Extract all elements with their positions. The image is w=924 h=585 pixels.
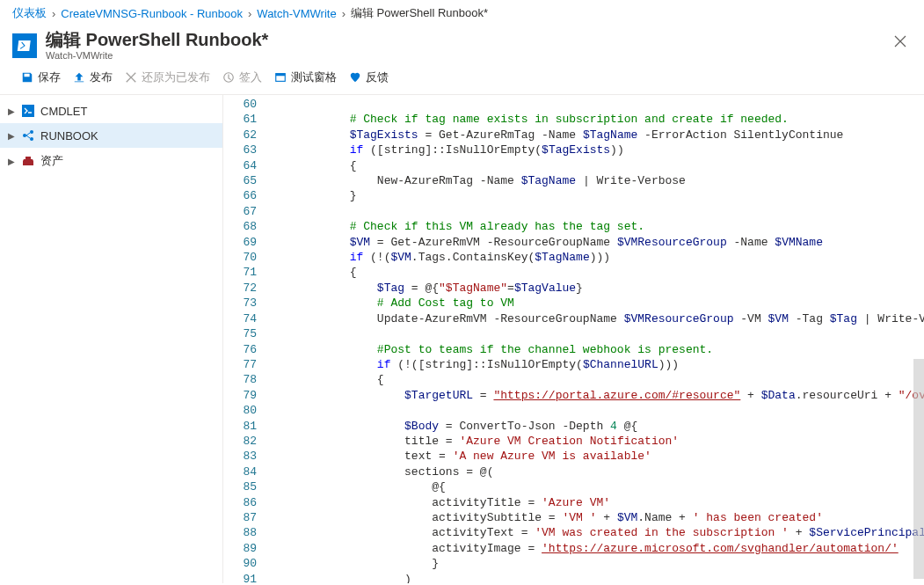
- breadcrumb: 仪表板 › CreateVMNSG-Runbook - Runbook › Wa…: [0, 0, 924, 26]
- checkin-icon: [222, 71, 235, 84]
- caret-right-icon: ▶: [7, 106, 16, 116]
- breadcrumb-dashboard[interactable]: 仪表板: [12, 5, 47, 21]
- testpane-button[interactable]: 测试窗格: [274, 69, 337, 85]
- breadcrumb-watch-vmwrite[interactable]: Watch-VMWrite: [257, 7, 336, 20]
- heart-icon: [349, 71, 361, 84]
- publish-button[interactable]: 发布: [73, 69, 113, 85]
- sidebar: ▶ CMDLET ▶ RUNBOOK ▶ 资产: [0, 95, 223, 583]
- revert-label: 还原为已发布: [142, 69, 210, 85]
- sidebar-item-label: CMDLET: [40, 105, 87, 118]
- breadcrumb-runbook[interactable]: CreateVMNSG-Runbook - Runbook: [61, 7, 243, 20]
- feedback-button[interactable]: 反馈: [349, 69, 389, 85]
- publish-label: 发布: [90, 69, 113, 85]
- checkin-button: 签入: [222, 69, 262, 85]
- svg-point-6: [30, 137, 33, 141]
- toolbar: 保存 发布 还原为已发布 签入 测试窗格 反馈: [0, 64, 924, 95]
- save-icon: [21, 71, 33, 84]
- feedback-label: 反馈: [366, 69, 389, 85]
- revert-button: 还原为已发布: [125, 69, 210, 85]
- scrollbar-thumb[interactable]: [913, 359, 924, 579]
- svg-rect-2: [276, 74, 286, 77]
- testpane-icon: [274, 71, 287, 84]
- sidebar-item-runbook[interactable]: ▶ RUNBOOK: [0, 123, 222, 148]
- page-title: 编辑 PowerShell Runbook*: [46, 30, 268, 49]
- sidebar-item-label: 资产: [40, 153, 63, 169]
- svg-point-5: [30, 130, 33, 134]
- main-area: ▶ CMDLET ▶ RUNBOOK ▶ 资产 6061626364656667…: [0, 95, 924, 583]
- publish-icon: [73, 71, 85, 84]
- chevron-right-icon: ›: [52, 7, 55, 20]
- powershell-icon: [12, 33, 37, 58]
- svg-rect-3: [22, 105, 34, 117]
- cmdlet-icon: [21, 104, 35, 118]
- close-icon: [894, 35, 906, 48]
- asset-icon: [21, 154, 35, 168]
- caret-right-icon: ▶: [7, 131, 16, 141]
- breadcrumb-current: 编辑 PowerShell Runbook*: [351, 5, 488, 21]
- line-gutter: 6061626364656667686970717273747576777879…: [223, 95, 267, 583]
- code-editor[interactable]: 6061626364656667686970717273747576777879…: [223, 95, 924, 583]
- sidebar-item-assets[interactable]: ▶ 资产: [0, 148, 222, 174]
- code-content[interactable]: # Check if tag name exists in subscripti…: [267, 95, 924, 583]
- svg-point-4: [23, 134, 26, 137]
- caret-right-icon: ▶: [7, 157, 16, 166]
- runbook-icon: [21, 128, 35, 143]
- save-button[interactable]: 保存: [21, 69, 61, 85]
- testpane-label: 测试窗格: [291, 69, 337, 85]
- blade-header: 编辑 PowerShell Runbook* Watch-VMWrite: [0, 26, 924, 64]
- revert-icon: [125, 71, 137, 84]
- sidebar-item-cmdlet[interactable]: ▶ CMDLET: [0, 99, 222, 123]
- checkin-label: 签入: [239, 69, 262, 85]
- close-button[interactable]: [889, 30, 912, 55]
- save-label: 保存: [38, 69, 61, 85]
- chevron-right-icon: ›: [342, 7, 346, 20]
- page-subtitle: Watch-VMWrite: [46, 50, 268, 61]
- sidebar-item-label: RUNBOOK: [40, 129, 98, 143]
- chevron-right-icon: ›: [248, 7, 251, 20]
